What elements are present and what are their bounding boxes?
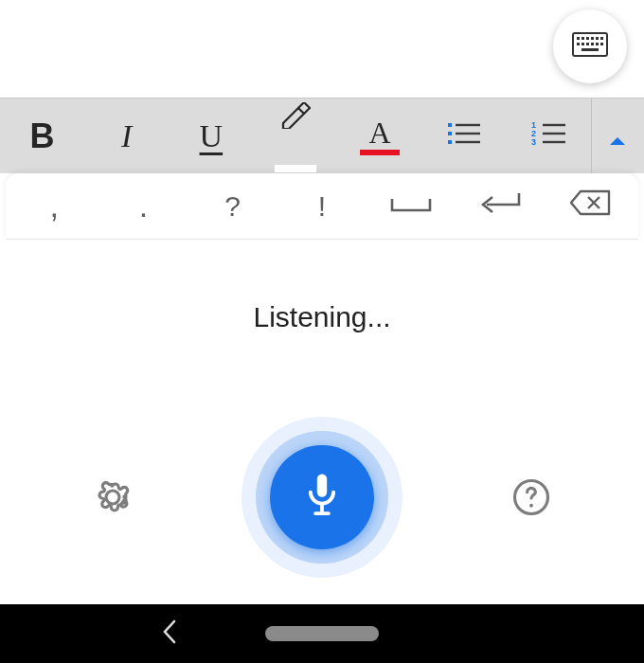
svg-rect-7	[577, 43, 580, 45]
svg-point-30	[529, 504, 533, 508]
keyboard-toggle-fab[interactable]	[553, 9, 627, 83]
svg-rect-3	[586, 37, 589, 40]
exclamation-button[interactable]: !	[277, 173, 367, 239]
highlight-color-button[interactable]	[253, 99, 337, 173]
bold-button[interactable]: B	[0, 99, 84, 173]
svg-rect-5	[596, 37, 599, 40]
dictation-settings-button[interactable]	[93, 477, 133, 517]
numbered-list-button[interactable]: 123	[507, 99, 591, 173]
svg-rect-13	[581, 48, 599, 51]
document-canvas-area	[0, 0, 644, 98]
gear-icon	[93, 504, 133, 520]
font-color-swatch	[360, 150, 400, 155]
period-button[interactable]: .	[98, 173, 188, 239]
svg-rect-12	[600, 43, 603, 45]
svg-rect-19	[448, 140, 452, 144]
android-back-button[interactable]	[161, 619, 178, 648]
font-color-glyph: A	[369, 117, 391, 148]
microphone-button-wrap	[242, 417, 402, 578]
question-button[interactable]: ?	[188, 173, 277, 239]
formatting-toolbar: B I U A	[0, 98, 644, 173]
space-button[interactable]	[367, 173, 456, 239]
svg-rect-11	[596, 43, 599, 45]
svg-rect-2	[581, 37, 584, 40]
bulleted-list-icon	[446, 118, 482, 154]
highlight-color-swatch	[275, 165, 316, 172]
dictation-controls-row	[0, 417, 644, 578]
svg-rect-9	[586, 43, 589, 45]
backspace-icon	[569, 189, 611, 223]
svg-rect-6	[600, 37, 603, 40]
svg-rect-18	[448, 132, 452, 135]
svg-rect-4	[591, 37, 594, 40]
svg-rect-17	[448, 123, 452, 127]
microphone-icon	[302, 471, 342, 524]
back-chevron-icon	[161, 631, 178, 647]
svg-rect-10	[591, 43, 594, 45]
dictation-help-button[interactable]	[511, 477, 551, 517]
numbered-list-icon: 123	[529, 118, 567, 154]
dictation-status-text: Listening...	[253, 301, 390, 333]
caret-up-icon	[608, 118, 627, 154]
svg-text:3: 3	[531, 137, 536, 147]
enter-icon	[479, 190, 523, 223]
bulleted-list-button[interactable]	[422, 99, 507, 173]
microphone-button[interactable]	[270, 445, 374, 549]
svg-rect-1	[577, 37, 580, 40]
enter-button[interactable]	[456, 173, 545, 239]
svg-rect-8	[581, 43, 584, 45]
help-circle-icon	[511, 504, 551, 520]
keyboard-icon	[572, 32, 608, 61]
svg-rect-26	[317, 474, 327, 496]
toolbar-expand-button[interactable]	[591, 99, 644, 173]
italic-button[interactable]: I	[84, 99, 169, 173]
dictation-panel: Listening...	[0, 240, 644, 604]
punctuation-toolbar: , . ? !	[6, 173, 638, 240]
font-color-button[interactable]: A	[338, 99, 422, 173]
comma-button[interactable]: ,	[9, 173, 98, 239]
space-icon	[390, 190, 432, 223]
underline-button[interactable]: U	[169, 99, 253, 173]
backspace-button[interactable]	[546, 173, 635, 239]
android-nav-bar	[0, 604, 644, 663]
highlighter-icon	[279, 100, 312, 136]
android-home-pill[interactable]	[265, 626, 379, 641]
